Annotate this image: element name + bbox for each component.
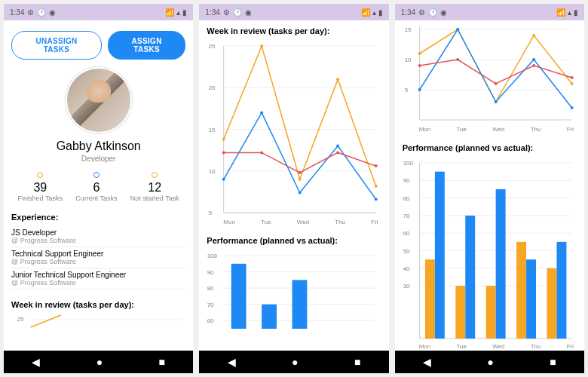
clock-icon: 🕐 bbox=[233, 8, 242, 17]
svg-point-21 bbox=[299, 191, 302, 194]
stat-current: 6Current Tasks bbox=[75, 172, 117, 202]
stat-notstarted: 12Not started Task bbox=[130, 172, 179, 202]
svg-text:30: 30 bbox=[403, 283, 409, 290]
stat-finished: 39Finished Tasks bbox=[18, 172, 63, 202]
signal-icon: ▴ bbox=[372, 8, 376, 17]
gear-icon: ⚙ bbox=[418, 8, 425, 17]
profile-role: Developer bbox=[11, 155, 185, 163]
svg-rect-40 bbox=[262, 305, 277, 329]
home-icon[interactable]: ● bbox=[487, 356, 493, 368]
recent-icon[interactable]: ■ bbox=[159, 356, 165, 368]
section-perf: Performance (planned vs actual): bbox=[207, 236, 381, 245]
svg-point-57 bbox=[494, 100, 497, 103]
experience-item: Junior Technical Support Engineer@ Progr… bbox=[11, 268, 185, 290]
svg-text:70: 70 bbox=[403, 213, 409, 219]
battery-icon: ▮ bbox=[378, 8, 383, 17]
battery-icon: ▮ bbox=[182, 8, 187, 17]
svg-text:60: 60 bbox=[207, 317, 214, 324]
svg-text:50: 50 bbox=[403, 248, 409, 255]
scroll-content[interactable]: Week in review (tasks per day): 25201510… bbox=[199, 20, 388, 351]
recent-icon[interactable]: ■ bbox=[550, 356, 556, 368]
globe-icon: ◉ bbox=[245, 8, 252, 17]
svg-point-64 bbox=[570, 76, 573, 79]
line-chart-week: 252015105 Mon Tue Wed Thu Fri bbox=[207, 40, 381, 225]
scroll-content[interactable]: 15105 Mon Tue Wed Thu Fri Performance (p… bbox=[395, 20, 584, 351]
svg-text:70: 70 bbox=[207, 302, 214, 308]
svg-point-25 bbox=[260, 151, 263, 154]
unassign-tasks-button[interactable]: UNASSIGN TASKS bbox=[11, 31, 102, 60]
bar-chart-full: 10090807060504030 Mon Tue Wed Thu Fri bbox=[403, 157, 577, 350]
line-chart-peek: 25 bbox=[11, 314, 185, 336]
svg-point-15 bbox=[260, 44, 263, 48]
svg-point-24 bbox=[222, 151, 225, 154]
svg-text:100: 100 bbox=[403, 160, 413, 167]
svg-point-14 bbox=[222, 138, 225, 141]
wifi-icon: 📶 bbox=[361, 8, 370, 17]
wifi-icon: 📶 bbox=[556, 8, 565, 17]
nav-bar: ◀ ● ■ bbox=[395, 351, 584, 373]
assign-tasks-button[interactable]: ASSIGN TASKS bbox=[108, 31, 185, 60]
experience-item: JS Developer@ Progress Software bbox=[11, 226, 185, 247]
home-icon[interactable]: ● bbox=[292, 356, 298, 368]
profile-name: Gabby Atkinson bbox=[11, 139, 185, 153]
nav-bar: ◀ ● ■ bbox=[199, 351, 388, 373]
gear-icon: ⚙ bbox=[27, 8, 34, 17]
svg-point-20 bbox=[260, 111, 263, 114]
section-perf: Performance (planned vs actual): bbox=[403, 143, 577, 152]
svg-point-22 bbox=[336, 145, 339, 148]
section-week: Week in review (tasks per day): bbox=[11, 300, 185, 309]
svg-text:90: 90 bbox=[207, 269, 214, 276]
status-bar: 1:34⚙🕐◉ 📶▴▮ bbox=[395, 4, 584, 20]
line-chart-top: 15105 Mon Tue Wed Thu Fri bbox=[403, 26, 577, 133]
svg-text:80: 80 bbox=[403, 195, 409, 202]
svg-rect-87 bbox=[547, 268, 556, 339]
home-icon[interactable]: ● bbox=[96, 356, 103, 368]
section-experience: Experience: bbox=[11, 213, 185, 222]
svg-text:20: 20 bbox=[209, 84, 216, 91]
stats-row: 39Finished Tasks 6Current Tasks 12Not st… bbox=[11, 172, 185, 202]
battery-icon: ▮ bbox=[574, 8, 578, 17]
back-icon[interactable]: ◀ bbox=[32, 356, 40, 368]
svg-point-63 bbox=[532, 64, 535, 67]
svg-text:90: 90 bbox=[403, 177, 409, 184]
svg-rect-86 bbox=[516, 242, 526, 339]
svg-rect-39 bbox=[231, 264, 247, 329]
phone-frame-1: 1:34⚙🕐◉ 📶▴▮ UNASSIGN TASKS ASSIGN TASKS … bbox=[3, 3, 194, 374]
dot-icon bbox=[152, 172, 158, 178]
time: 1:34 bbox=[205, 8, 219, 17]
svg-text:80: 80 bbox=[207, 285, 214, 292]
svg-text:100: 100 bbox=[207, 253, 218, 259]
bar-chart-peek: 10090807060 bbox=[207, 250, 381, 329]
signal-icon: ▴ bbox=[176, 8, 180, 17]
svg-text:25: 25 bbox=[17, 316, 24, 323]
svg-point-27 bbox=[336, 151, 339, 154]
svg-point-53 bbox=[532, 34, 535, 37]
scroll-content[interactable]: UNASSIGN TASKS ASSIGN TASKS Gabby Atkins… bbox=[4, 20, 193, 351]
back-icon[interactable]: ◀ bbox=[228, 356, 236, 368]
svg-text:5: 5 bbox=[209, 210, 213, 216]
svg-rect-83 bbox=[425, 259, 435, 339]
svg-rect-91 bbox=[526, 259, 536, 339]
recent-icon[interactable]: ■ bbox=[354, 356, 360, 368]
svg-point-61 bbox=[456, 58, 459, 61]
svg-point-62 bbox=[494, 82, 497, 85]
svg-rect-41 bbox=[292, 280, 308, 329]
avatar[interactable] bbox=[66, 67, 132, 133]
svg-point-50 bbox=[418, 52, 421, 55]
x-axis: Mon Tue Wed Thu Fri bbox=[403, 124, 577, 133]
globe-icon: ◉ bbox=[440, 8, 447, 17]
svg-text:60: 60 bbox=[403, 230, 409, 237]
svg-rect-92 bbox=[556, 242, 566, 339]
dot-icon bbox=[93, 172, 100, 178]
svg-point-23 bbox=[375, 198, 378, 201]
back-icon[interactable]: ◀ bbox=[423, 356, 431, 368]
svg-point-59 bbox=[570, 106, 573, 109]
svg-rect-84 bbox=[455, 286, 465, 339]
globe-icon: ◉ bbox=[49, 8, 56, 17]
svg-text:25: 25 bbox=[209, 43, 216, 50]
svg-point-26 bbox=[299, 171, 302, 174]
wifi-icon: 📶 bbox=[165, 8, 174, 17]
status-bar: 1:34⚙🕐◉ 📶▴▮ bbox=[199, 4, 388, 20]
svg-point-55 bbox=[418, 88, 421, 91]
svg-rect-89 bbox=[465, 216, 475, 339]
